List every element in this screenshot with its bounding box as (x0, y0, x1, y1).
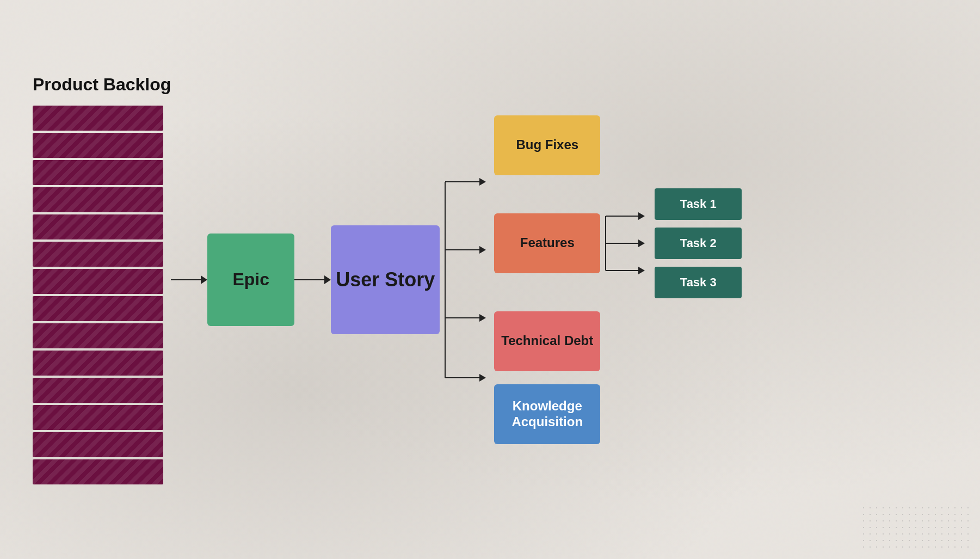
epic-label: Epic (232, 269, 269, 290)
backlog-bar (33, 323, 163, 348)
types-column: Bug Fixes Features (494, 115, 742, 444)
type-box-bug-fixes: Bug Fixes (494, 115, 600, 175)
svg-marker-2 (479, 178, 486, 186)
bug-fixes-label: Bug Fixes (516, 137, 578, 153)
arrow-epic-to-story (294, 275, 331, 284)
svg-marker-8 (479, 374, 486, 382)
task-box-1: Task 1 (655, 188, 742, 220)
backlog-section: Product Backlog (33, 75, 171, 484)
task-3-label: Task 3 (680, 275, 717, 290)
svg-marker-13 (638, 239, 645, 247)
arrow-backlog-to-epic (171, 275, 207, 284)
backlog-bar (33, 296, 163, 321)
svg-marker-11 (638, 212, 645, 220)
backlog-bar (33, 187, 163, 212)
tech-debt-label: Technical Debt (501, 333, 593, 349)
branch-svg-types (440, 149, 494, 410)
svg-marker-6 (479, 314, 486, 322)
backlog-stack (33, 106, 163, 484)
features-row: Features Task 1 (494, 188, 742, 298)
type-box-features: Features (494, 213, 600, 273)
arrow-head (201, 275, 207, 284)
task-1-label: Task 1 (680, 197, 717, 211)
backlog-bar (33, 351, 163, 376)
arrow-head (324, 275, 331, 284)
svg-marker-4 (479, 246, 486, 254)
user-story-box: User Story (331, 225, 440, 334)
type-box-tech-debt: Technical Debt (494, 311, 600, 371)
diagram-container: Product Backlog Epic Use (0, 0, 980, 559)
knowledge-label: Knowledge Acquisition (494, 398, 600, 430)
backlog-bar (33, 405, 163, 430)
backlog-bar (33, 269, 163, 294)
backlog-bar (33, 459, 163, 484)
backlog-bar (33, 133, 163, 158)
tasks-column: Task 1 Task 2 Task 3 (655, 188, 742, 298)
backlog-bar (33, 378, 163, 403)
arrow-line (294, 279, 324, 280)
branch-svg-tasks (600, 200, 655, 287)
backlog-bar (33, 160, 163, 185)
backlog-bar (33, 214, 163, 239)
user-story-label: User Story (336, 268, 435, 291)
epic-box: Epic (207, 234, 294, 326)
backlog-title: Product Backlog (33, 75, 171, 95)
backlog-bar (33, 432, 163, 457)
features-label: Features (520, 235, 575, 251)
backlog-bar (33, 242, 163, 267)
task-2-label: Task 2 (680, 236, 717, 250)
backlog-bar (33, 106, 163, 131)
type-box-knowledge: Knowledge Acquisition (494, 384, 600, 444)
task-box-2: Task 2 (655, 228, 742, 259)
arrow-line (171, 279, 201, 280)
task-box-3: Task 3 (655, 267, 742, 298)
svg-marker-15 (638, 267, 645, 274)
